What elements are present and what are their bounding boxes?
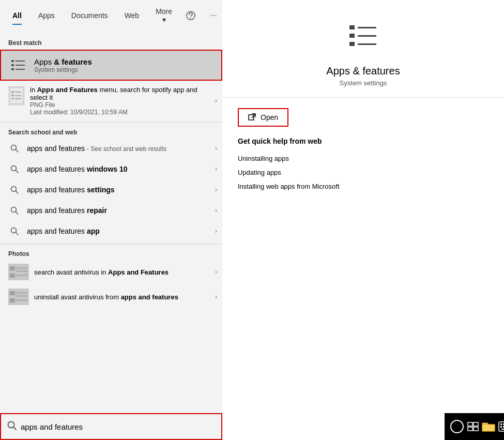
search-panel: All Apps Documents Web More ▾ ··· Best m…	[0, 0, 222, 440]
web-item-0[interactable]: apps and features - See school and web r…	[0, 138, 222, 159]
web-item-text-0: apps and features - See school and web r…	[27, 144, 166, 153]
results-area: Best match Apps & features System settin…	[0, 31, 222, 413]
photo-text-1: uninstall avast antivirus from apps and …	[34, 293, 214, 301]
tab-all[interactable]: All	[5, 7, 29, 24]
chevron-right-icon-2: ›	[215, 186, 217, 193]
svg-rect-33	[16, 292, 27, 294]
help-link-1[interactable]: Updating apps	[238, 165, 488, 179]
tab-apps[interactable]: Apps	[31, 7, 62, 24]
web-item-4[interactable]: apps and features app ›	[0, 221, 222, 241]
chevron-right-icon-p1: ›	[215, 293, 217, 300]
svg-rect-44	[358, 43, 376, 45]
svg-rect-12	[15, 92, 21, 93]
ellipsis-icon: ···	[210, 11, 217, 20]
taskview-btn[interactable]	[467, 415, 479, 438]
doc-thumbnail	[8, 86, 25, 105]
search-icon-3	[8, 204, 21, 217]
more-options-btn[interactable]: ···	[204, 6, 223, 25]
document-result[interactable]: in Apps and Features menu, search for sp…	[0, 82, 222, 120]
svg-rect-6	[16, 65, 25, 66]
web-item-text-1: apps and features windows 10	[27, 165, 128, 173]
best-match-item[interactable]: Apps & features System settings	[0, 50, 222, 81]
chevron-right-icon-3: ›	[215, 207, 217, 214]
cortana-icon	[450, 419, 464, 434]
svg-rect-49	[474, 422, 478, 426]
feedback-icon	[186, 11, 195, 20]
divider-1	[0, 122, 222, 123]
svg-rect-50	[468, 427, 472, 431]
tab-documents[interactable]: Documents	[64, 7, 115, 24]
photo-thumb-1	[8, 289, 29, 305]
svg-rect-36	[16, 299, 27, 301]
photos-section-label: Photos	[0, 246, 222, 260]
tab-more[interactable]: More ▾	[148, 3, 179, 28]
file-explorer-btn[interactable]	[482, 415, 495, 438]
svg-rect-2	[11, 60, 14, 62]
svg-rect-45	[249, 115, 254, 120]
svg-rect-4	[11, 68, 14, 70]
svg-rect-42	[358, 27, 376, 28]
svg-rect-5	[16, 60, 25, 62]
chevron-right-icon-4: ›	[215, 227, 217, 235]
right-panel-title: Apps & features	[326, 65, 400, 77]
help-link-0[interactable]: Uninstalling apps	[238, 151, 488, 165]
svg-rect-40	[349, 34, 355, 38]
web-section-label: Search school and web	[0, 125, 222, 138]
quick-help-section: Get quick help from web Uninstalling app…	[222, 137, 504, 193]
tab-web[interactable]: Web	[117, 7, 147, 24]
svg-line-38	[13, 427, 16, 430]
web-item-text-3: apps and features repair	[27, 206, 107, 215]
svg-line-20	[16, 191, 19, 194]
app-icon-large	[343, 16, 384, 57]
photo-item-0[interactable]: search avast antivirus in Apps and Featu…	[0, 260, 222, 284]
web-item-1[interactable]: apps and features windows 10 ›	[0, 159, 222, 179]
svg-rect-9	[11, 91, 14, 93]
apps-features-icon	[9, 56, 28, 74]
svg-rect-41	[349, 42, 355, 46]
photo-item-1[interactable]: uninstall avast antivirus from apps and …	[0, 284, 222, 309]
svg-rect-26	[10, 266, 15, 270]
svg-rect-57	[500, 426, 502, 428]
search-icon-2	[8, 184, 21, 196]
web-item-2[interactable]: apps and features settings ›	[0, 179, 222, 200]
taskbar	[445, 413, 504, 440]
search-input[interactable]	[21, 422, 215, 431]
svg-rect-61	[501, 429, 504, 430]
svg-rect-48	[468, 422, 472, 426]
svg-rect-39	[349, 25, 355, 29]
right-panel-header: Apps & features System settings	[222, 0, 504, 98]
taskview-icon	[467, 422, 479, 431]
folder-icon	[482, 421, 495, 432]
tab-icon-area: ···	[181, 6, 223, 25]
photo-thumb-0	[8, 264, 29, 280]
search-icon-0	[8, 142, 21, 155]
open-label: Open	[261, 113, 278, 122]
keyboard-icon	[498, 421, 504, 432]
feedback-icon-btn[interactable]	[181, 6, 200, 25]
svg-rect-14	[15, 98, 21, 99]
svg-point-47	[451, 420, 463, 433]
svg-rect-10	[11, 95, 14, 96]
svg-rect-34	[16, 295, 27, 297]
svg-rect-53	[500, 423, 502, 425]
search-icon-4	[8, 225, 21, 237]
right-panel: Apps & features System settings Open Get…	[222, 0, 504, 440]
tabs-bar: All Apps Documents Web More ▾ ···	[0, 0, 222, 31]
chevron-right-icon-p0: ›	[215, 268, 217, 276]
svg-rect-7	[16, 69, 25, 70]
svg-rect-29	[10, 274, 15, 278]
open-button[interactable]: Open	[238, 108, 288, 127]
keyboard-btn[interactable]	[498, 415, 504, 438]
right-panel-subtitle: System settings	[340, 79, 387, 87]
svg-rect-51	[474, 427, 478, 431]
search-bar	[0, 413, 222, 440]
best-match-title: Apps & features	[34, 57, 92, 66]
help-link-2[interactable]: Installing web apps from Microsoft	[238, 179, 488, 193]
search-icon-1	[8, 163, 21, 175]
cortana-btn[interactable]	[450, 415, 464, 438]
divider-2	[0, 244, 222, 244]
svg-line-22	[16, 212, 19, 215]
document-text: in Apps and Features menu, search for sp…	[30, 86, 214, 116]
web-item-3[interactable]: apps and features repair ›	[0, 200, 222, 221]
svg-rect-35	[10, 298, 15, 302]
